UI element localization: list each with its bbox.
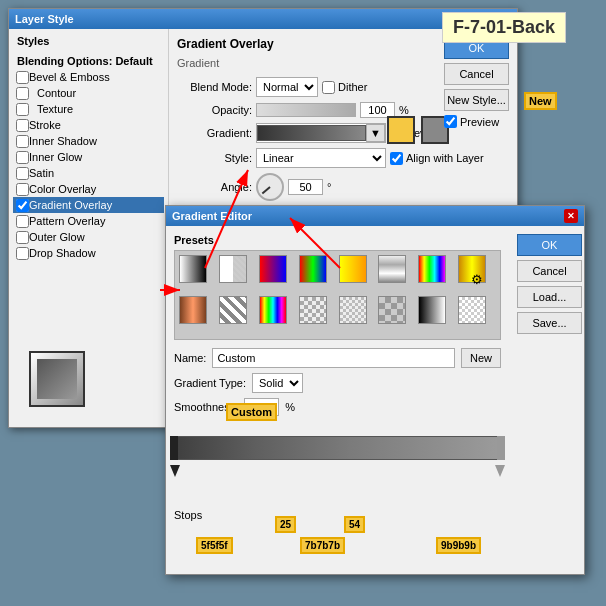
angle-needle — [262, 186, 271, 194]
drop-shadow-item[interactable]: Drop Shadow — [13, 245, 164, 261]
angle-label: Angle: — [177, 181, 252, 193]
floating-label: F-7-01-Back — [442, 12, 566, 43]
name-label: Name: — [174, 352, 206, 364]
preset-largecheck[interactable] — [378, 296, 406, 324]
bevel-emboss-checkbox[interactable] — [16, 71, 29, 84]
ge-ok-button[interactable]: OK — [517, 234, 582, 256]
pattern-overlay-item[interactable]: Pattern Overlay — [13, 213, 164, 229]
preset-spectrum[interactable] — [418, 255, 446, 283]
preview-inner — [37, 359, 77, 399]
gradient-editor-titlebar: Gradient Editor ✕ — [166, 206, 584, 226]
swatch-yellow[interactable] — [387, 116, 415, 144]
inner-glow-checkbox[interactable] — [16, 151, 29, 164]
smoothness-unit: % — [285, 401, 295, 413]
preset-yellow[interactable] — [339, 255, 367, 283]
gear-icon[interactable]: ⚙ — [471, 272, 483, 287]
gradient-preview — [257, 125, 366, 141]
gradient-bar[interactable] — [174, 436, 501, 460]
preset-diagonal[interactable] — [219, 296, 247, 324]
ge-load-button[interactable]: Load... — [517, 286, 582, 308]
gradient-button[interactable]: ▼ — [256, 123, 386, 143]
inner-shadow-item[interactable]: Inner Shadow — [13, 133, 164, 149]
drop-shadow-checkbox[interactable] — [16, 247, 29, 260]
pattern-overlay-checkbox[interactable] — [16, 215, 29, 228]
align-layer-label: Align with Layer — [406, 152, 484, 164]
ge-cancel-button[interactable]: Cancel — [517, 260, 582, 282]
outer-glow-checkbox[interactable] — [16, 231, 29, 244]
layer-style-titlebar: Layer Style ✕ — [9, 9, 517, 29]
preset-rgb[interactable] — [299, 255, 327, 283]
opacity-unit: % — [399, 104, 409, 116]
blending-options-label: Blending Options: Default — [17, 55, 153, 67]
preset-rb[interactable] — [259, 255, 287, 283]
blending-options-item[interactable]: Blending Options: Default — [13, 53, 164, 69]
preview-checkbox[interactable] — [444, 115, 457, 128]
layer-style-buttons: OK Cancel New Style... Preview — [444, 37, 509, 128]
preset-bw2[interactable] — [418, 296, 446, 324]
cancel-button[interactable]: Cancel — [444, 63, 509, 85]
left-end-stop[interactable] — [170, 436, 178, 460]
dither-checkbox[interactable] — [322, 81, 335, 94]
satin-item[interactable]: Satin — [13, 165, 164, 181]
gradient-editor-right: OK Cancel Load... Save... — [509, 226, 584, 574]
angle-input[interactable] — [288, 179, 323, 195]
stroke-checkbox[interactable] — [16, 119, 29, 132]
new-gradient-button[interactable]: New — [461, 348, 501, 368]
gradient-editor-left: Presets ⚙ — [166, 226, 509, 574]
align-layer-checkbox[interactable] — [390, 152, 403, 165]
preset-chrome[interactable] — [378, 255, 406, 283]
preset-copper[interactable] — [179, 296, 207, 324]
angle-widget[interactable] — [256, 173, 284, 201]
angle-row: Angle: ° — [177, 173, 509, 201]
preset-check1[interactable] — [299, 296, 327, 324]
bevel-emboss-item[interactable]: Bevel & Emboss — [13, 69, 164, 85]
preview-label: Preview — [460, 116, 499, 128]
style-label: Style: — [177, 152, 252, 164]
new-button-annotation: New — [524, 92, 557, 110]
stop-color-7b7b7b-label: 7b7b7b — [300, 537, 345, 554]
satin-checkbox[interactable] — [16, 167, 29, 180]
inner-glow-item[interactable]: Inner Glow — [13, 149, 164, 165]
style-select[interactable]: Linear — [256, 148, 386, 168]
gradient-editor-close-button[interactable]: ✕ — [564, 209, 578, 223]
name-input[interactable] — [212, 348, 455, 368]
color-overlay-item[interactable]: Color Overlay — [13, 181, 164, 197]
styles-label: Styles — [13, 33, 164, 49]
inner-shadow-checkbox[interactable] — [16, 135, 29, 148]
color-overlay-checkbox[interactable] — [16, 183, 29, 196]
ge-save-button[interactable]: Save... — [517, 312, 582, 334]
gradient-overlay-checkbox[interactable] — [16, 199, 29, 212]
custom-annotation: Custom — [226, 403, 277, 421]
new-style-button[interactable]: New Style... — [444, 89, 509, 111]
stops-label: Stops — [174, 509, 501, 521]
gradient-dropdown-arrow[interactable]: ▼ — [366, 124, 385, 142]
stop-marker-left[interactable] — [170, 465, 180, 477]
preset-transparent[interactable] — [219, 255, 247, 283]
contour-checkbox[interactable] — [16, 87, 29, 100]
gradient-overlay-item[interactable]: Gradient Overlay — [13, 197, 164, 213]
preview-checkbox-container: Preview — [444, 115, 509, 128]
outer-glow-item[interactable]: Outer Glow — [13, 229, 164, 245]
blend-mode-select[interactable]: Normal — [256, 77, 318, 97]
presets-label: Presets — [174, 234, 501, 246]
align-layer-checkbox-container: Align with Layer — [390, 152, 484, 165]
texture-item[interactable]: Texture — [13, 101, 164, 117]
gradient-bar-area — [174, 436, 501, 460]
right-end-stop[interactable] — [497, 436, 505, 460]
stop-color-9b9b9b-label: 9b9b9b — [436, 537, 481, 554]
preset-bw[interactable] — [179, 255, 207, 283]
contour-item[interactable]: Contour — [13, 85, 164, 101]
stroke-item[interactable]: Stroke — [13, 117, 164, 133]
preset-trans2[interactable] — [458, 296, 486, 324]
bottom-stops-markers — [174, 461, 501, 477]
opacity-slider[interactable] — [256, 103, 356, 117]
stop-marker-right[interactable] — [495, 465, 505, 477]
top-stops — [174, 424, 501, 436]
preset-rainbow[interactable] — [259, 296, 287, 324]
preview-thumbnail — [29, 351, 85, 407]
stop-color-5f5f5f-label: 5f5f5f — [196, 537, 233, 554]
gradient-type-select[interactable]: Solid — [252, 373, 303, 393]
preset-check2[interactable] — [339, 296, 367, 324]
texture-checkbox[interactable] — [16, 103, 29, 116]
gradient-editor-window: Gradient Editor ✕ Presets ⚙ — [165, 205, 585, 575]
